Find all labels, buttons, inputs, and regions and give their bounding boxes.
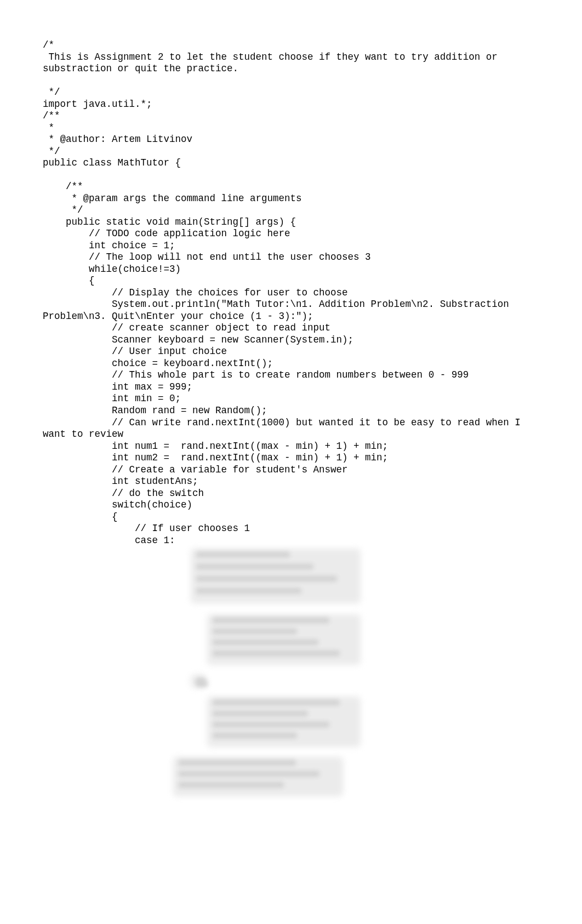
blurred-line xyxy=(213,711,308,716)
code-document: /* This is Assignment 2 to let the stude… xyxy=(0,0,582,812)
blurred-line xyxy=(213,733,297,738)
blurred-line xyxy=(213,640,318,645)
blurred-preview-region xyxy=(43,549,539,812)
source-code: /* This is Assignment 2 to let the stude… xyxy=(43,39,539,546)
blurred-line xyxy=(213,629,297,634)
blurred-line xyxy=(213,722,329,727)
blurred-line xyxy=(196,588,301,594)
blurred-line xyxy=(196,576,337,581)
blurred-line xyxy=(196,681,208,687)
blurred-line xyxy=(196,564,313,569)
blurred-line xyxy=(179,760,296,766)
blurred-line xyxy=(213,651,340,656)
blurred-line xyxy=(179,782,284,788)
blurred-line xyxy=(179,771,319,777)
blurred-line xyxy=(213,618,329,623)
blurred-line xyxy=(196,552,290,557)
blurred-line xyxy=(213,700,340,705)
